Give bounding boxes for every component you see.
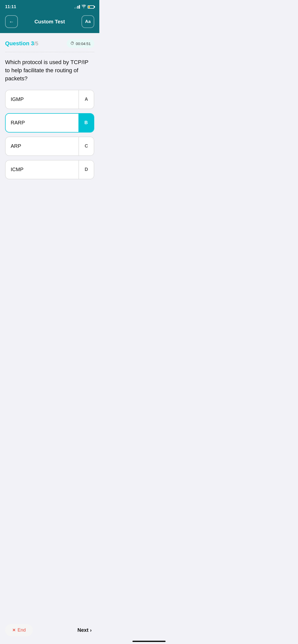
back-button[interactable]: ← [5, 15, 18, 28]
app-header: ← Custom Test Aa [0, 13, 99, 33]
wifi-icon [82, 5, 86, 9]
option-b-text: RARP [6, 115, 78, 131]
option-c-letter-box: C [78, 137, 94, 155]
timer-badge: ⏱ 00:04:51 [67, 39, 94, 48]
option-c-text: ARP [6, 138, 78, 154]
battery-icon [88, 5, 94, 9]
option-a-text: IGMP [6, 91, 78, 107]
option-b-letter-box: B [78, 114, 94, 132]
status-icons [74, 5, 94, 9]
option-c[interactable]: ARP C [5, 137, 94, 156]
option-c-letter: C [85, 143, 88, 149]
header-title: Custom Test [34, 19, 65, 25]
question-header: Question 3/5 ⏱ 00:04:51 [0, 33, 99, 52]
option-d-text: ICMP [6, 162, 78, 178]
font-size-label: Aa [85, 19, 91, 24]
signal-icon [74, 5, 80, 9]
status-time: 11:11 [5, 4, 16, 9]
timer-text: 00:04:51 [76, 41, 91, 46]
font-size-button[interactable]: Aa [82, 15, 94, 28]
option-d-letter: D [85, 167, 88, 172]
option-b-letter: B [85, 120, 88, 125]
question-text: Which protocol is used by TCP/IP to help… [0, 52, 99, 90]
back-arrow-icon: ← [9, 19, 14, 25]
main-content: Question 3/5 ⏱ 00:04:51 Which protocol i… [0, 33, 99, 210]
options-container: IGMP A RARP B ARP C ICMP D [0, 90, 99, 179]
option-b[interactable]: RARP B [5, 113, 94, 133]
option-a[interactable]: IGMP A [5, 90, 94, 109]
status-bar: 11:11 [0, 0, 99, 13]
option-a-letter: A [85, 97, 88, 102]
question-number: Question 3/5 [5, 40, 38, 47]
option-d-letter-box: D [78, 160, 94, 179]
timer-icon: ⏱ [70, 41, 74, 46]
question-number-container: Question 3/5 [5, 40, 38, 47]
option-d[interactable]: ICMP D [5, 160, 94, 179]
option-a-letter-box: A [78, 90, 94, 109]
